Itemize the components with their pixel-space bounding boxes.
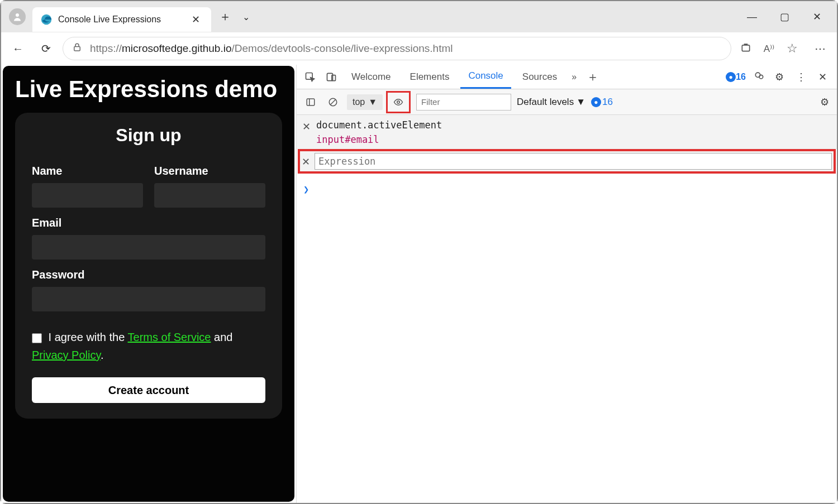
name-input[interactable]	[32, 183, 143, 208]
address-bar: ← ⟳ https://microsoftedge.github.io/Demo…	[1, 32, 837, 65]
settings-icon[interactable]: ⚙	[773, 69, 786, 85]
email-input[interactable]	[32, 235, 265, 260]
kebab-menu-icon[interactable]: ⋮	[794, 69, 808, 85]
sidebar-toggle-icon[interactable]	[302, 94, 319, 111]
browser-tab[interactable]: Console Live Expressions ✕	[32, 7, 211, 32]
close-devtools-icon[interactable]: ✕	[816, 69, 829, 85]
maximize-button[interactable]: ▢	[777, 9, 792, 25]
devtools-panel: Welcome Elements Console Sources » ＋ ● 1…	[296, 65, 837, 503]
password-label: Password	[32, 268, 265, 281]
live-expression-button-highlight	[386, 91, 411, 113]
back-button[interactable]: ←	[7, 37, 29, 60]
tab-close-icon[interactable]: ✕	[188, 12, 203, 27]
favorite-icon[interactable]: ☆	[787, 41, 798, 56]
live-expr-code[interactable]: document.activeElement	[316, 119, 442, 131]
remove-live-expr-2-icon[interactable]: ✕	[302, 155, 310, 168]
url-text: https://microsoftedge.github.io/Demos/de…	[90, 42, 453, 55]
device-toggle-icon[interactable]	[322, 69, 340, 85]
toolbar-issues-icon: ●	[591, 97, 601, 107]
tos-link[interactable]: Terms of Service	[128, 331, 211, 343]
titlebar: Console Live Expressions ✕ ＋ ⌄ — ▢ ✕	[1, 1, 837, 32]
svg-point-13	[397, 100, 400, 103]
username-label: Username	[154, 165, 265, 177]
svg-rect-9	[307, 99, 315, 105]
devtools-tab-strip: Welcome Elements Console Sources » ＋ ● 1…	[297, 65, 837, 89]
svg-line-12	[331, 99, 336, 104]
close-window-button[interactable]: ✕	[809, 9, 825, 25]
tabs-dropdown-icon[interactable]: ⌄	[239, 12, 253, 22]
console-settings-icon[interactable]: ⚙	[818, 94, 831, 111]
more-tabs-icon[interactable]: »	[568, 70, 580, 84]
live-expression-icon[interactable]	[390, 94, 407, 111]
live-expr-result: input#email	[316, 134, 442, 145]
edge-icon	[40, 13, 53, 26]
tab-title: Console Live Expressions	[58, 15, 161, 25]
live-expression-input[interactable]	[315, 153, 832, 170]
signup-heading: Sign up	[32, 125, 265, 146]
inspect-element-icon[interactable]	[301, 69, 319, 85]
tab-console[interactable]: Console	[460, 65, 511, 89]
profile-avatar[interactable]	[9, 8, 26, 25]
url-input[interactable]: https://microsoftedge.github.io/Demos/de…	[63, 37, 731, 60]
live-expression-1: ✕ document.activeElement input#email	[297, 115, 837, 149]
agree-checkbox[interactable]	[32, 333, 42, 343]
password-input[interactable]	[32, 287, 265, 311]
more-menu-button[interactable]: ⋯	[809, 37, 831, 60]
minimize-button[interactable]: —	[744, 9, 760, 25]
new-tab-button[interactable]: ＋	[211, 8, 239, 25]
tab-welcome[interactable]: Welcome	[344, 66, 399, 88]
agree-text: I agree with the Terms of Service and Pr…	[32, 328, 265, 364]
svg-rect-2	[74, 47, 80, 51]
tab-sources[interactable]: Sources	[515, 66, 565, 88]
filter-input[interactable]	[416, 94, 511, 111]
signup-card: Sign up Name Username Email Pa	[15, 113, 282, 419]
issues-badge[interactable]: ● 16	[726, 72, 746, 82]
lock-icon	[72, 42, 82, 55]
toolbar-issues[interactable]: ● 16	[591, 97, 613, 108]
rendered-page: Live Expressions demo Sign up Name Usern…	[3, 66, 294, 502]
app-icon[interactable]	[740, 42, 751, 55]
remove-live-expr-icon[interactable]: ✕	[302, 119, 311, 133]
svg-rect-3	[742, 45, 749, 51]
create-account-button[interactable]: Create account	[32, 377, 265, 403]
issues-badge-icon: ●	[726, 72, 736, 82]
live-expression-2-highlight: ✕	[298, 149, 836, 174]
new-tab-icon[interactable]: ＋	[583, 66, 602, 88]
username-input[interactable]	[154, 183, 265, 208]
clear-console-icon[interactable]	[325, 94, 341, 111]
tab-elements[interactable]: Elements	[402, 66, 458, 88]
log-levels-selector[interactable]: Default levels ▼	[517, 97, 585, 108]
name-label: Name	[32, 165, 143, 177]
svg-point-0	[16, 13, 19, 17]
feedback-icon[interactable]	[754, 70, 765, 84]
context-selector[interactable]: top ▼	[347, 94, 383, 110]
read-aloud-icon[interactable]: A⁾⁾	[764, 43, 774, 55]
console-toolbar: top ▼ Default levels ▼ ● 16 ⚙	[297, 89, 837, 115]
refresh-button[interactable]: ⟳	[35, 37, 57, 60]
privacy-link[interactable]: Privacy Policy	[32, 349, 101, 361]
console-prompt[interactable]: ❯	[297, 174, 837, 205]
page-title: Live Expressions demo	[15, 76, 282, 103]
email-label: Email	[32, 217, 265, 229]
